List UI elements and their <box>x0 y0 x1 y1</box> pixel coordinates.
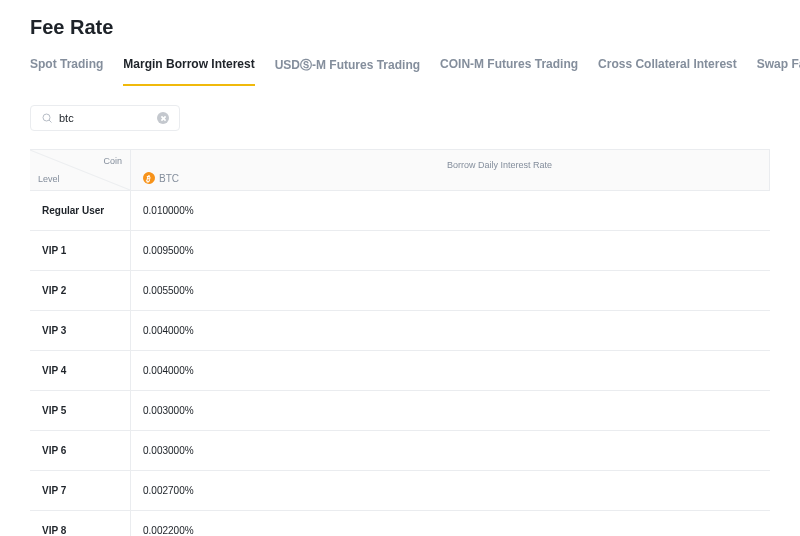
coin-symbol-label: BTC <box>159 173 179 184</box>
table-row: VIP 60.003000% <box>30 431 770 471</box>
table-row: VIP 20.005500% <box>30 271 770 311</box>
svg-line-1 <box>49 120 52 123</box>
table-row: VIP 40.004000% <box>30 351 770 391</box>
search-icon <box>41 112 53 124</box>
table-row: VIP 30.004000% <box>30 311 770 351</box>
tab-cross-collateral-interest[interactable]: Cross Collateral Interest <box>598 57 737 86</box>
tab-margin-borrow-interest[interactable]: Margin Borrow Interest <box>123 57 254 86</box>
btc-icon: ₿ <box>142 171 156 185</box>
diagonal-header-cell: Coin Level <box>30 150 130 190</box>
row-rate-value: 0.009500% <box>130 231 770 270</box>
row-level-label: VIP 6 <box>30 445 130 456</box>
table-row: VIP 50.003000% <box>30 391 770 431</box>
row-rate-value: 0.010000% <box>130 191 770 230</box>
search-input[interactable] <box>59 112 157 124</box>
row-rate-value: 0.004000% <box>130 311 770 350</box>
clear-search-button[interactable] <box>157 112 169 124</box>
coin-column-header: ₿ BTC <box>130 150 230 190</box>
svg-point-0 <box>43 114 50 121</box>
row-rate-value: 0.004000% <box>130 351 770 390</box>
page-title: Fee Rate <box>30 16 770 39</box>
table-body: Regular User0.010000%VIP 10.009500%VIP 2… <box>30 191 770 536</box>
row-level-label: VIP 5 <box>30 405 130 416</box>
row-rate-value: 0.003000% <box>130 431 770 470</box>
header-coin-label: Coin <box>103 156 122 166</box>
row-level-label: Regular User <box>30 205 130 216</box>
row-level-label: VIP 3 <box>30 325 130 336</box>
table-row: VIP 70.002700% <box>30 471 770 511</box>
tab-spot-trading[interactable]: Spot Trading <box>30 57 103 86</box>
table-row: VIP 80.002200% <box>30 511 770 536</box>
row-level-label: VIP 1 <box>30 245 130 256</box>
table-row: VIP 10.009500% <box>30 231 770 271</box>
table-header: Coin Level ₿ BTC Borrow Daily Interest R… <box>30 149 770 191</box>
tabs-bar: Spot TradingMargin Borrow InterestUSDⓈ-M… <box>30 57 770 87</box>
row-rate-value: 0.003000% <box>130 391 770 430</box>
row-level-label: VIP 7 <box>30 485 130 496</box>
row-level-label: VIP 2 <box>30 285 130 296</box>
row-rate-value: 0.005500% <box>130 271 770 310</box>
tab-usd-m-futures-trading[interactable]: USDⓈ-M Futures Trading <box>275 57 420 86</box>
tab-swap-farming[interactable]: Swap Farming <box>757 57 800 86</box>
close-icon <box>160 115 167 122</box>
row-level-label: VIP 4 <box>30 365 130 376</box>
header-level-label: Level <box>38 174 60 184</box>
table-row: Regular User0.010000% <box>30 191 770 231</box>
tab-coin-m-futures-trading[interactable]: COIN-M Futures Trading <box>440 57 578 86</box>
row-rate-value: 0.002200% <box>130 511 770 536</box>
row-rate-value: 0.002700% <box>130 471 770 510</box>
search-box[interactable] <box>30 105 180 131</box>
row-level-label: VIP 8 <box>30 525 130 536</box>
rate-header-label: Borrow Daily Interest Rate <box>447 160 552 170</box>
